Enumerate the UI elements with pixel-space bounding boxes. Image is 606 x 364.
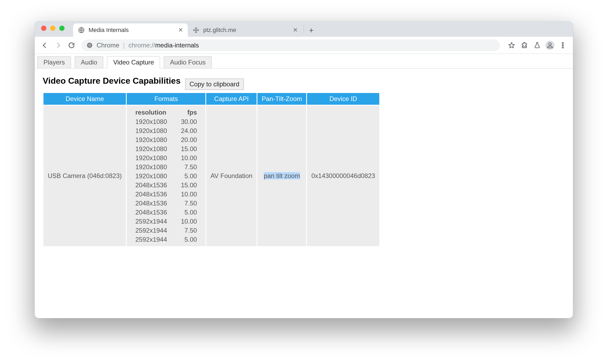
ptz-value: pan tilt zoom <box>264 172 300 179</box>
format-fps: 5.00 <box>174 235 204 244</box>
formats-resolution-header: resolution <box>128 108 174 117</box>
chrome-icon <box>86 42 93 48</box>
format-resolution: 1920x1080 <box>128 117 174 126</box>
format-fps: 15.00 <box>174 144 204 153</box>
format-resolution: 1920x1080 <box>128 126 174 135</box>
forward-button[interactable] <box>52 39 64 51</box>
column-header[interactable]: Device Name <box>43 93 126 105</box>
format-fps: 7.50 <box>174 163 204 172</box>
page-tab-video-capture[interactable]: Video Capture <box>107 56 160 68</box>
format-resolution: 2048x1536 <box>128 199 174 208</box>
svg-point-6 <box>562 45 564 46</box>
format-row: 1920x108024.00 <box>128 126 204 135</box>
close-tab-icon[interactable]: ✕ <box>292 27 299 34</box>
page-tab-players[interactable]: Players <box>37 56 71 68</box>
format-fps: 7.50 <box>174 199 204 208</box>
device-id-cell: 0x14300000046d0823 <box>307 105 380 247</box>
formats-fps-header: fps <box>174 108 204 117</box>
origin-chip: Chrome <box>97 42 119 49</box>
format-fps: 30.00 <box>174 117 204 126</box>
move-icon <box>193 27 200 34</box>
fullscreen-window-button[interactable] <box>59 26 65 31</box>
format-row: 1920x108010.00 <box>128 153 204 163</box>
toolbar: Chrome | chrome://media-internals <box>35 37 573 54</box>
format-resolution: 1920x1080 <box>128 153 174 163</box>
globe-icon <box>78 27 85 34</box>
close-tab-icon[interactable]: ✕ <box>177 27 184 34</box>
format-resolution: 2592x1944 <box>128 217 174 226</box>
labs-icon[interactable] <box>531 39 543 51</box>
extensions-icon[interactable] <box>519 39 530 51</box>
format-row: 2048x153615.00 <box>128 181 204 190</box>
omnibox-separator: | <box>123 42 125 49</box>
bookmark-star-icon[interactable] <box>506 39 517 51</box>
browser-tab[interactable]: ptz.glitch.me✕ <box>188 23 302 37</box>
format-row: 2592x19447.50 <box>128 226 204 235</box>
format-row: 2048x15365.00 <box>128 208 204 217</box>
format-row: 1920x108015.00 <box>128 144 204 153</box>
format-resolution: 1920x1080 <box>128 163 174 172</box>
format-row: 1920x10807.50 <box>128 163 204 172</box>
tab-separator <box>304 25 304 33</box>
format-fps: 5.00 <box>174 208 204 217</box>
page-content: PlayersAudioVideo CaptureAudio Focus Vid… <box>35 54 573 318</box>
column-header[interactable]: Formats <box>126 93 206 105</box>
table-row: USB Camera (046d:0823)resolutionfps1920x… <box>43 105 380 247</box>
format-resolution: 1920x1080 <box>128 135 174 144</box>
page-tabs: PlayersAudioVideo CaptureAudio Focus <box>35 54 573 68</box>
menu-button[interactable] <box>557 39 569 51</box>
format-fps: 10.00 <box>174 217 204 226</box>
address-bar[interactable]: Chrome | chrome://media-internals <box>82 39 500 51</box>
new-tab-button[interactable] <box>305 24 318 37</box>
svg-point-7 <box>562 47 564 48</box>
minimize-window-button[interactable] <box>50 26 55 31</box>
tab-title: Media Internals <box>89 27 173 34</box>
svg-point-3 <box>89 45 90 46</box>
format-row: 2592x194410.00 <box>128 217 204 226</box>
format-row: 2048x153610.00 <box>128 190 204 199</box>
window-controls <box>41 26 65 31</box>
format-resolution: 2592x1944 <box>128 235 174 244</box>
svg-point-5 <box>562 42 564 44</box>
device-name-cell: USB Camera (046d:0823) <box>43 105 126 247</box>
reload-button[interactable] <box>66 39 77 51</box>
browser-window: Media Internals✕ptz.glitch.me✕ Chrome | … <box>35 21 573 318</box>
avatar-icon <box>545 41 555 50</box>
format-row: 1920x10805.00 <box>128 172 204 181</box>
column-header[interactable]: Capture API <box>206 93 257 105</box>
format-resolution: 2048x1536 <box>128 181 174 190</box>
capabilities-table: Device NameFormatsCapture APIPan-Tilt-Zo… <box>43 92 380 247</box>
format-row: 2048x15367.50 <box>128 199 204 208</box>
back-button[interactable] <box>39 39 51 51</box>
section-title: Video Capture Device Capabilities <box>43 76 181 86</box>
profile-button[interactable] <box>544 39 556 51</box>
format-resolution: 2048x1536 <box>128 208 174 217</box>
format-row: 1920x108030.00 <box>128 117 204 126</box>
format-fps: 5.00 <box>174 172 204 181</box>
format-resolution: 1920x1080 <box>128 172 174 181</box>
format-resolution: 2592x1944 <box>128 226 174 235</box>
format-resolution: 1920x1080 <box>128 144 174 153</box>
format-fps: 15.00 <box>174 181 204 190</box>
browser-tab[interactable]: Media Internals✕ <box>73 23 188 37</box>
formats-cell: resolutionfps1920x108030.001920x108024.0… <box>126 105 206 247</box>
format-fps: 24.00 <box>174 126 204 135</box>
close-window-button[interactable] <box>41 26 46 31</box>
column-header[interactable]: Pan-Tilt-Zoom <box>257 93 307 105</box>
tab-title: ptz.glitch.me <box>203 27 288 34</box>
format-fps: 20.00 <box>174 135 204 144</box>
url-text: chrome://media-internals <box>129 42 199 49</box>
format-row: 2592x19445.00 <box>128 235 204 244</box>
format-fps: 10.00 <box>174 190 204 199</box>
format-row: 1920x108020.00 <box>128 135 204 144</box>
page-tab-audio-focus[interactable]: Audio Focus <box>164 56 212 68</box>
tab-strip: Media Internals✕ptz.glitch.me✕ <box>35 21 573 37</box>
svg-point-4 <box>549 43 551 45</box>
page-tab-audio[interactable]: Audio <box>75 56 103 68</box>
ptz-cell: pan tilt zoom <box>257 105 307 247</box>
column-header[interactable]: Device ID <box>307 93 380 105</box>
format-resolution: 2048x1536 <box>128 190 174 199</box>
capture-api-cell: AV Foundation <box>206 105 257 247</box>
copy-to-clipboard-button[interactable]: Copy to clipboard <box>185 79 244 90</box>
format-fps: 7.50 <box>174 226 204 235</box>
